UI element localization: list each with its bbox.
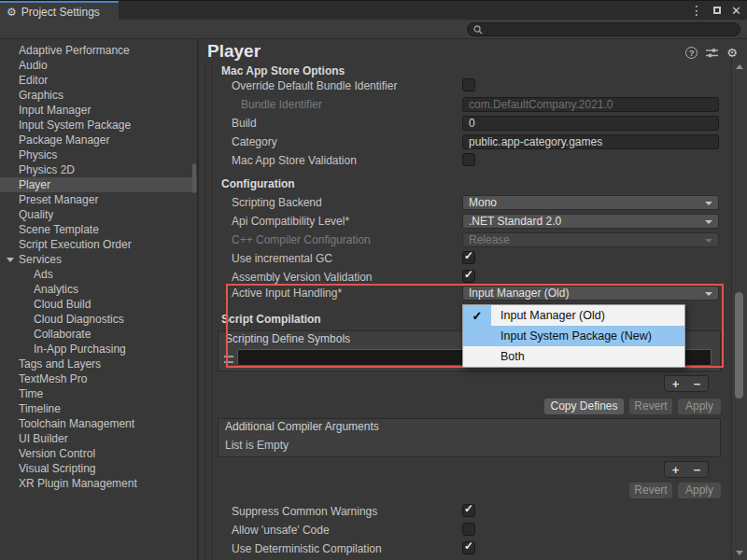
popup-option-both[interactable]: Both bbox=[463, 346, 684, 367]
sidebar-item-version-control[interactable]: Version Control bbox=[0, 446, 197, 461]
chevron-down-icon bbox=[705, 202, 712, 205]
checkbox-suppress-common-warnings[interactable]: ✓ bbox=[462, 504, 475, 517]
sidebar-item-package-manager[interactable]: Package Manager bbox=[0, 133, 197, 147]
check-icon: ✓ bbox=[464, 540, 473, 552]
sidebar-item-label: In-App Purchasing bbox=[34, 343, 126, 356]
additional-compiler-arguments-list: List is Empty bbox=[218, 434, 721, 457]
sidebar-item-label: Input System Package bbox=[19, 119, 131, 132]
sidebar-item-scene-template[interactable]: Scene Template bbox=[0, 222, 197, 237]
sidebar-item-ui-builder[interactable]: UI Builder bbox=[0, 431, 197, 446]
scrollbar-thumb[interactable] bbox=[735, 292, 743, 399]
checkbox-allow-unsafe-code[interactable] bbox=[462, 523, 475, 536]
sidebar-item-label: Tags and Layers bbox=[19, 357, 101, 371]
popup-option-input-manager-old[interactable]: ✓Input Manager (Old) bbox=[463, 305, 684, 326]
copy-defines-button[interactable]: Copy Defines bbox=[544, 399, 624, 414]
sidebar-item-label: Physics bbox=[19, 148, 57, 161]
active-input-handling-popup: ✓Input Manager (Old)Input System Package… bbox=[462, 304, 685, 368]
sidebar-item-tags-and-layers[interactable]: Tags and Layers bbox=[0, 357, 197, 371]
scroll-up-icon[interactable] bbox=[736, 64, 743, 69]
help-icon[interactable]: ? bbox=[685, 47, 698, 59]
presets-icon[interactable] bbox=[706, 48, 718, 58]
sidebar-item-visual-scripting[interactable]: Visual Scripting bbox=[0, 461, 197, 476]
sidebar-item-services[interactable]: Services bbox=[0, 252, 197, 267]
sidebar-item-analytics[interactable]: Analytics bbox=[0, 282, 197, 297]
search-input[interactable] bbox=[486, 24, 733, 35]
sidebar-item-label: Toolchain Management bbox=[19, 417, 134, 430]
setting-label-c-compiler-configuration: C++ Compiler Configuration bbox=[232, 233, 371, 246]
sidebar-item-cloud-build[interactable]: Cloud Build bbox=[0, 297, 197, 312]
sidebar-item-preset-manager[interactable]: Preset Manager bbox=[0, 192, 197, 207]
revert-button: Revert bbox=[629, 483, 672, 498]
scroll-down-icon[interactable] bbox=[736, 551, 743, 555]
sidebar-item-input-system-package[interactable]: Input System Package bbox=[0, 118, 197, 133]
sidebar-item-label: Timeline bbox=[19, 402, 61, 415]
field-category[interactable]: public.app-category.games bbox=[462, 134, 719, 149]
sidebar-scrollbar-thumb[interactable] bbox=[192, 163, 196, 193]
search-box[interactable] bbox=[467, 22, 740, 36]
setting-row-build: Build0 bbox=[199, 114, 731, 133]
popup-option-label: Input Manager (Old) bbox=[500, 309, 605, 322]
drag-handle-icon[interactable] bbox=[224, 356, 233, 363]
dropdown-active-input-handling[interactable]: Input Manager (Old) bbox=[462, 286, 719, 301]
setting-label-scripting-backend: Scripting Backend bbox=[232, 196, 322, 209]
setting-label-category: Category bbox=[232, 135, 277, 148]
foldout-arrow-icon[interactable] bbox=[7, 258, 14, 262]
add-argument-button[interactable]: + bbox=[672, 464, 680, 476]
sidebar-item-graphics[interactable]: Graphics bbox=[0, 88, 197, 103]
field-build[interactable]: 0 bbox=[462, 116, 719, 131]
tab-bar: ⚙ Project Settings ⋮ ✕ bbox=[0, 0, 747, 20]
dropdown-scripting-backend[interactable]: Mono bbox=[462, 195, 719, 210]
sidebar-item-xr-plugin-management[interactable]: XR Plugin Management bbox=[0, 476, 197, 491]
checkbox-use-deterministic-compilation[interactable]: ✓ bbox=[462, 541, 475, 554]
sidebar-item-cloud-diagnostics[interactable]: Cloud Diagnostics bbox=[0, 312, 197, 327]
window-menu-icon[interactable]: ⋮ bbox=[690, 4, 703, 17]
sidebar-item-audio[interactable]: Audio bbox=[0, 58, 197, 73]
sidebar-item-player[interactable]: Player bbox=[0, 177, 197, 192]
sidebar-item-collaborate[interactable]: Collaborate bbox=[0, 327, 197, 342]
chevron-down-icon bbox=[705, 292, 712, 296]
setting-label-bundle-identifier: Bundle Identifier bbox=[241, 98, 322, 111]
sidebar-item-physics-2d[interactable]: Physics 2D bbox=[0, 162, 197, 177]
sidebar-item-toolchain-management[interactable]: Toolchain Management bbox=[0, 416, 197, 431]
setting-row-use-deterministic-compilation: Use Deterministic Compilation✓ bbox=[199, 539, 731, 558]
popup-option-label: Input System Package (New) bbox=[500, 329, 652, 343]
dropdown-api-compatibility-level[interactable]: .NET Standard 2.0 bbox=[462, 214, 719, 229]
sidebar-item-adaptive-performance[interactable]: Adaptive Performance bbox=[0, 43, 197, 58]
window-controls: ⋮ ✕ bbox=[690, 1, 741, 20]
setting-label-override-default-bundle-identifier: Override Default Bundle Identifier bbox=[232, 79, 397, 92]
sidebar-item-script-execution-order[interactable]: Script Execution Order bbox=[0, 237, 197, 252]
sidebar-item-quality[interactable]: Quality bbox=[0, 207, 197, 222]
project-settings-window: ⚙ Project Settings ⋮ ✕ Adaptive Performa… bbox=[0, 0, 747, 560]
checkbox-assembly-version-validation[interactable]: ✓ bbox=[462, 270, 475, 283]
sidebar-item-timeline[interactable]: Timeline bbox=[0, 401, 197, 416]
sidebar-item-time[interactable]: Time bbox=[0, 386, 197, 401]
vertical-scrollbar[interactable] bbox=[731, 58, 747, 560]
checkbox-override-default-bundle-identifier[interactable] bbox=[462, 78, 475, 91]
remove-argument-button[interactable]: − bbox=[694, 464, 701, 476]
sidebar-item-input-manager[interactable]: Input Manager bbox=[0, 103, 197, 118]
sidebar-item-label: Preset Manager bbox=[19, 193, 98, 206]
search-icon bbox=[473, 25, 483, 35]
sidebar-item-in-app-purchasing[interactable]: In-App Purchasing bbox=[0, 342, 197, 357]
setting-label-active-input-handling: Active Input Handling* bbox=[232, 287, 342, 300]
checkbox-use-incremental-gc[interactable]: ✓ bbox=[462, 251, 475, 264]
remove-define-button[interactable]: − bbox=[694, 378, 701, 390]
sidebar-item-textmesh-pro[interactable]: TextMesh Pro bbox=[0, 371, 197, 386]
sidebar-item-label: Player bbox=[19, 178, 50, 191]
maximize-icon[interactable] bbox=[713, 7, 721, 14]
checkbox-mac-app-store-validation[interactable] bbox=[462, 153, 475, 166]
sidebar-item-editor[interactable]: Editor bbox=[0, 73, 197, 88]
sidebar-item-label: Input Manager bbox=[19, 104, 91, 117]
sidebar-item-physics[interactable]: Physics bbox=[0, 147, 197, 162]
setting-row-api-compatibility-level: Api Compatibility Level*.NET Standard 2.… bbox=[199, 212, 731, 231]
sidebar-item-ads[interactable]: Ads bbox=[0, 267, 197, 282]
sidebar-item-label: Editor bbox=[19, 74, 48, 87]
add-define-button[interactable]: + bbox=[672, 378, 680, 390]
popup-option-input-system-package-new[interactable]: Input System Package (New) bbox=[463, 326, 684, 346]
setting-row-use-incremental-gc: Use incremental GC✓ bbox=[199, 249, 731, 268]
sidebar-item-label: Physics 2D bbox=[19, 163, 75, 176]
close-icon[interactable]: ✕ bbox=[731, 5, 741, 17]
sidebar-item-label: Package Manager bbox=[19, 133, 109, 147]
tab-project-settings[interactable]: ⚙ Project Settings bbox=[0, 1, 119, 21]
setting-row-c-compiler-configuration: C++ Compiler ConfigurationRelease bbox=[199, 231, 731, 249]
